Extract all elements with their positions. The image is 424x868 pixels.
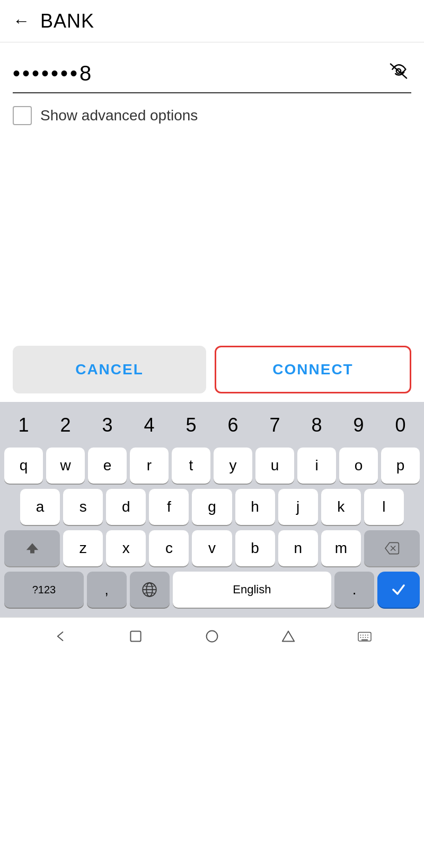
number-row: 1 2 3 4 5 6 7 8 9 0 (4, 408, 420, 442)
svg-rect-4 (130, 631, 140, 641)
password-row: •••••••8 (13, 58, 411, 93)
key-r[interactable]: r (130, 448, 169, 484)
key-n[interactable]: n (278, 530, 318, 566)
key-l[interactable]: l (364, 489, 404, 525)
action-buttons-container: CANCEL CONNECT (0, 337, 424, 402)
nav-home-icon[interactable] (125, 626, 146, 647)
svg-marker-6 (282, 631, 294, 641)
key-s[interactable]: s (63, 489, 103, 525)
key-o[interactable]: o (339, 448, 378, 484)
content-area: •••••••8 Show advanced options (0, 42, 424, 337)
advanced-options-label: Show advanced options (40, 107, 198, 124)
key-k[interactable]: k (321, 489, 361, 525)
keyboard: 1 2 3 4 5 6 7 8 9 0 q w e r t y u i o p … (0, 402, 424, 617)
toggle-password-icon[interactable] (386, 58, 411, 88)
key-h[interactable]: h (235, 489, 275, 525)
nav-back-icon[interactable] (49, 626, 70, 647)
keyboard-row-2: a s d f g h j k l (4, 489, 420, 525)
backspace-key[interactable] (364, 530, 420, 566)
shift-key[interactable] (4, 530, 60, 566)
key-q[interactable]: q (4, 448, 43, 484)
back-button[interactable]: ← (13, 11, 30, 31)
key-5[interactable]: 5 (172, 408, 210, 442)
advanced-options-checkbox[interactable] (13, 106, 32, 125)
key-8[interactable]: 8 (297, 408, 336, 442)
keyboard-row-3: z x c v b n m (4, 530, 420, 566)
key-7[interactable]: 7 (255, 408, 294, 442)
cancel-button[interactable]: CANCEL (13, 346, 206, 393)
key-i[interactable]: i (297, 448, 336, 484)
key-2[interactable]: 2 (46, 408, 85, 442)
key-3[interactable]: 3 (88, 408, 127, 442)
key-9[interactable]: 9 (339, 408, 378, 442)
nav-bar (0, 617, 424, 654)
key-g[interactable]: g (192, 489, 232, 525)
advanced-options-row: Show advanced options (13, 106, 411, 125)
globe-key[interactable] (130, 572, 170, 608)
connect-button[interactable]: CONNECT (215, 346, 411, 393)
enter-key[interactable] (377, 572, 420, 608)
key-x[interactable]: x (106, 530, 146, 566)
key-4[interactable]: 4 (130, 408, 169, 442)
key-m[interactable]: m (321, 530, 361, 566)
period-key[interactable]: . (334, 572, 374, 608)
key-j[interactable]: j (278, 489, 318, 525)
keyboard-row-1: q w e r t y u i o p (4, 448, 420, 484)
key-z[interactable]: z (63, 530, 103, 566)
key-1[interactable]: 1 (4, 408, 43, 442)
header: ← BANK (0, 0, 424, 42)
nav-menu-icon[interactable] (278, 626, 299, 647)
nav-keyboard-icon[interactable] (354, 626, 375, 647)
password-field[interactable]: •••••••8 (13, 60, 386, 86)
key-e[interactable]: e (88, 448, 127, 484)
keyboard-bottom-row: ?123 , English . (4, 572, 420, 608)
spacebar-key[interactable]: English (173, 572, 332, 608)
key-c[interactable]: c (149, 530, 189, 566)
key-p[interactable]: p (381, 448, 420, 484)
symbols-key[interactable]: ?123 (4, 572, 84, 608)
key-0[interactable]: 0 (381, 408, 420, 442)
key-a[interactable]: a (20, 489, 60, 525)
svg-point-5 (207, 630, 218, 642)
page-title: BANK (40, 10, 94, 32)
key-y[interactable]: y (214, 448, 252, 484)
key-b[interactable]: b (235, 530, 275, 566)
key-v[interactable]: v (192, 530, 232, 566)
spacer (13, 136, 411, 337)
key-u[interactable]: u (255, 448, 294, 484)
key-f[interactable]: f (149, 489, 189, 525)
key-t[interactable]: t (172, 448, 210, 484)
key-d[interactable]: d (106, 489, 146, 525)
key-6[interactable]: 6 (214, 408, 252, 442)
comma-key[interactable]: , (87, 572, 127, 608)
key-w[interactable]: w (46, 448, 85, 484)
nav-recents-icon[interactable] (201, 626, 223, 647)
